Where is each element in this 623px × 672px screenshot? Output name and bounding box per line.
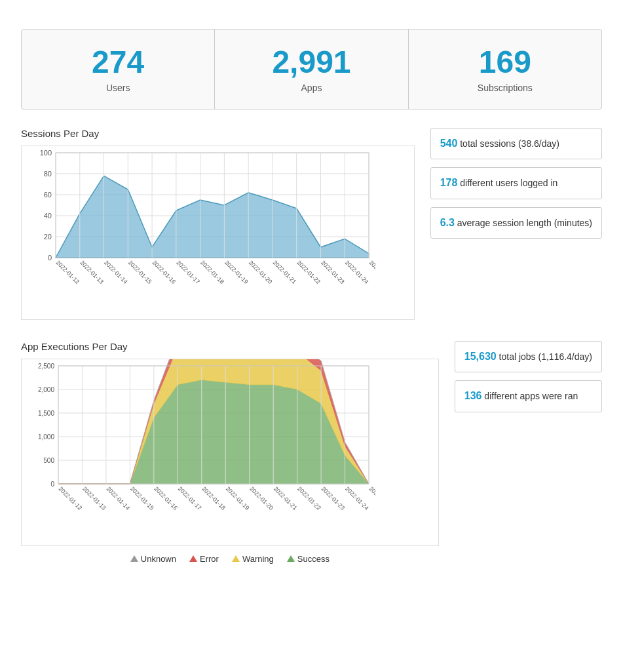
svg-text:2022-01-23: 2022-01-23	[320, 259, 346, 285]
svg-text:2022-01-12: 2022-01-12	[58, 485, 84, 511]
stat-users: 274 Users	[22, 30, 215, 109]
svg-text:2022-01-19: 2022-01-19	[225, 485, 251, 511]
sessions-svg: 0204060801002022-01-122022-01-132022-01-…	[22, 146, 375, 317]
executions-chart-wrapper: 05001,0001,5002,0002,5002022-01-122022-0…	[21, 359, 439, 546]
svg-text:2,500: 2,500	[38, 363, 54, 370]
svg-text:2022-01-16: 2022-01-16	[151, 259, 178, 285]
svg-text:2,000: 2,000	[38, 386, 54, 393]
svg-text:2022-01-20: 2022-01-20	[248, 259, 274, 285]
svg-text:2022-01-14: 2022-01-14	[105, 485, 132, 511]
sessions-stats-side: 540 total sessions (38.6/day)178 differe…	[430, 128, 602, 239]
svg-text:60: 60	[44, 191, 52, 199]
svg-text:2022-01-13: 2022-01-13	[79, 259, 105, 285]
legend-item: Unknown	[130, 554, 176, 564]
svg-text:2022-01-20: 2022-01-20	[248, 485, 274, 511]
legend-item: Warning	[232, 554, 274, 564]
legend-item: Error	[189, 554, 219, 564]
stat-users-number: 274	[32, 45, 204, 80]
svg-text:2022-01-18: 2022-01-18	[200, 485, 227, 511]
svg-text:2022-01-16: 2022-01-16	[153, 485, 179, 511]
executions-chart-title: App Executions Per Day	[21, 341, 439, 352]
executions-chart-row: App Executions Per Day 05001,0001,5002,0…	[21, 341, 602, 564]
svg-text:80: 80	[44, 170, 52, 178]
svg-text:2022-01-13: 2022-01-13	[81, 485, 107, 511]
sessions-stat-card: 6.3 average session length (minutes)	[430, 207, 602, 239]
executions-stats-side: 15,630 total jobs (1,116.4/day)136 diffe…	[455, 341, 602, 412]
svg-text:0: 0	[48, 254, 52, 262]
svg-text:2022-01-21: 2022-01-21	[273, 485, 299, 511]
sessions-chart-title: Sessions Per Day	[21, 128, 415, 139]
svg-text:2022-01-15: 2022-01-15	[127, 259, 153, 285]
stat-subscriptions: 169 Subscriptions	[409, 30, 601, 109]
svg-text:100: 100	[40, 149, 52, 157]
svg-text:2022-01-19: 2022-01-19	[223, 259, 250, 285]
svg-text:2022-01-14: 2022-01-14	[103, 259, 129, 285]
svg-text:20: 20	[44, 233, 52, 241]
legend-item: Success	[287, 554, 330, 564]
sessions-stat-card: 540 total sessions (38.6/day)	[430, 128, 602, 159]
svg-text:0: 0	[50, 481, 54, 488]
svg-text:2022-01-15: 2022-01-15	[129, 485, 155, 511]
executions-svg: 05001,0001,5002,0002,5002022-01-122022-0…	[22, 359, 375, 543]
charts-section: Sessions Per Day 0204060801002022-01-122…	[21, 128, 602, 564]
svg-text:1,000: 1,000	[38, 433, 54, 441]
svg-text:2022-01-22: 2022-01-22	[296, 485, 322, 511]
svg-text:500: 500	[43, 457, 54, 464]
svg-text:2022-01-17: 2022-01-17	[177, 485, 203, 511]
stat-subscriptions-number: 169	[419, 45, 591, 80]
svg-text:2022-01-23: 2022-01-23	[320, 485, 347, 511]
sessions-chart-area: Sessions Per Day 0204060801002022-01-122…	[21, 128, 415, 320]
svg-text:1,500: 1,500	[38, 410, 54, 417]
svg-text:2022-01-24: 2022-01-24	[344, 259, 370, 285]
svg-text:2022-01-12: 2022-01-12	[55, 259, 81, 285]
sessions-stat-card: 178 different users logged in	[430, 167, 602, 199]
executions-stat-card: 15,630 total jobs (1,116.4/day)	[455, 341, 602, 372]
stat-subscriptions-label: Subscriptions	[419, 83, 591, 93]
svg-text:2022-01-18: 2022-01-18	[199, 259, 225, 285]
svg-text:40: 40	[44, 212, 52, 220]
stats-container: 274 Users 2,991 Apps 169 Subscriptions	[21, 29, 602, 109]
stat-apps-number: 2,991	[225, 45, 397, 80]
svg-text:2022-01-17: 2022-01-17	[175, 259, 201, 285]
executions-stat-card: 136 different apps were ran	[455, 380, 602, 412]
legend-row: UnknownErrorWarningSuccess	[21, 554, 439, 564]
sessions-chart-row: Sessions Per Day 0204060801002022-01-122…	[21, 128, 602, 320]
stat-users-label: Users	[32, 83, 204, 93]
sessions-chart-wrapper: 0204060801002022-01-122022-01-132022-01-…	[21, 146, 415, 320]
stat-apps-label: Apps	[225, 83, 397, 93]
svg-text:2022-01-21: 2022-01-21	[272, 259, 298, 285]
executions-chart-area: App Executions Per Day 05001,0001,5002,0…	[21, 341, 439, 564]
svg-text:2022-01-24: 2022-01-24	[344, 485, 370, 511]
stat-apps: 2,991 Apps	[215, 30, 408, 109]
svg-text:2022-01-22: 2022-01-22	[295, 259, 322, 285]
